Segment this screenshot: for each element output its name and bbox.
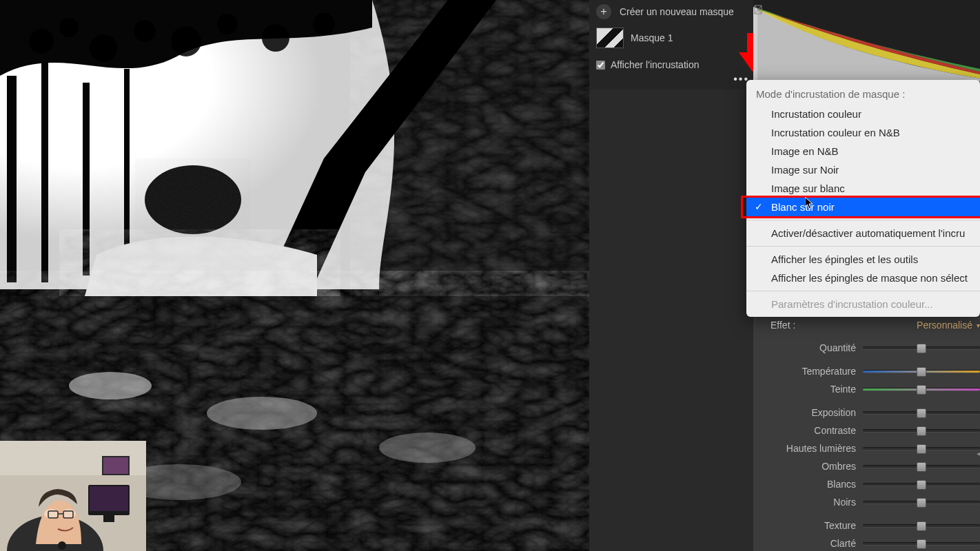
mask-item[interactable]: Masque 1 bbox=[589, 21, 753, 55]
slider-row: Quantité bbox=[770, 339, 980, 357]
svg-point-3 bbox=[29, 29, 54, 54]
slider-track[interactable] bbox=[863, 447, 980, 450]
menu-header: Mode d'incrustation de masque : bbox=[746, 83, 980, 105]
slider-label: Blancs bbox=[770, 479, 856, 490]
slider-label: Texture bbox=[770, 520, 856, 531]
slider-label: Quantité bbox=[770, 342, 856, 353]
svg-point-7 bbox=[171, 26, 201, 56]
menu-separator bbox=[746, 220, 980, 220]
slider-knob[interactable] bbox=[917, 498, 926, 508]
slider-row: Hautes lumières bbox=[770, 439, 980, 457]
menu-item[interactable]: Paramètres d'incrustation couleur... bbox=[746, 295, 980, 313]
svg-point-20 bbox=[379, 433, 476, 463]
slider-knob[interactable] bbox=[917, 521, 926, 531]
slider-knob[interactable] bbox=[917, 444, 926, 454]
effect-value[interactable]: Personnalisé bbox=[917, 320, 972, 331]
menu-item[interactable]: Image en N&B bbox=[746, 142, 980, 160]
slider-label: Noirs bbox=[770, 497, 856, 508]
slider-track[interactable] bbox=[863, 501, 980, 504]
slider-row: Teinte bbox=[770, 380, 980, 398]
slider-row: Température bbox=[770, 362, 980, 380]
mask-thumbnail bbox=[596, 28, 624, 48]
slider-knob[interactable] bbox=[917, 367, 926, 377]
svg-point-5 bbox=[90, 34, 117, 62]
create-mask-button[interactable]: + bbox=[596, 4, 611, 19]
svg-point-10 bbox=[313, 13, 335, 35]
slider-track[interactable] bbox=[863, 483, 980, 486]
slider-row: Contraste bbox=[770, 422, 980, 439]
svg-rect-26 bbox=[103, 515, 114, 522]
slider-knob[interactable] bbox=[917, 539, 926, 549]
slider-track[interactable] bbox=[863, 388, 980, 391]
mask-panel: + Créer un nouveau masque Masque 1 Affic… bbox=[589, 0, 753, 90]
check-icon: ✓ bbox=[755, 201, 763, 212]
histogram bbox=[753, 0, 980, 81]
mask-item-label: Masque 1 bbox=[631, 32, 673, 43]
slider-row: Ombres bbox=[770, 457, 980, 475]
svg-point-6 bbox=[134, 20, 156, 42]
slider-knob[interactable] bbox=[917, 462, 926, 472]
slider-track[interactable] bbox=[863, 346, 980, 350]
slider-row: Clarté bbox=[770, 534, 980, 551]
menu-item[interactable]: Image sur blanc bbox=[746, 179, 980, 198]
slider-label: Contraste bbox=[770, 425, 856, 436]
show-overlay-label: Afficher l'incrustation bbox=[611, 59, 699, 70]
svg-point-19 bbox=[207, 397, 317, 430]
svg-point-8 bbox=[217, 14, 238, 34]
svg-rect-12 bbox=[41, 62, 48, 282]
menu-item[interactable]: Incrustation couleur en N&B bbox=[746, 123, 980, 142]
slider-knob[interactable] bbox=[917, 408, 926, 418]
adjustment-sliders-panel: Effet : Personnalisé ▾ QuantitéTempératu… bbox=[770, 318, 980, 551]
slider-knob[interactable] bbox=[917, 385, 926, 395]
slider-row: Texture bbox=[770, 517, 980, 534]
slider-label: Ombres bbox=[770, 461, 856, 472]
panel-collapse-icon[interactable]: ◀ bbox=[977, 448, 980, 459]
slider-track[interactable] bbox=[863, 370, 980, 373]
slider-label: Température bbox=[770, 366, 856, 377]
webcam-overlay bbox=[0, 441, 146, 551]
svg-rect-13 bbox=[83, 83, 90, 276]
chevron-down-icon: ▾ bbox=[977, 322, 980, 329]
slider-track[interactable] bbox=[863, 429, 980, 433]
plus-icon: + bbox=[600, 6, 606, 18]
svg-point-18 bbox=[69, 372, 152, 399]
menu-item[interactable]: Afficher les épingles et les outils bbox=[746, 250, 980, 269]
svg-point-30 bbox=[44, 509, 58, 519]
svg-rect-25 bbox=[90, 486, 128, 511]
svg-rect-11 bbox=[7, 76, 17, 282]
create-mask-label: Créer un nouveau masque bbox=[620, 6, 734, 17]
effect-label: Effet : bbox=[770, 320, 795, 331]
slider-track[interactable] bbox=[863, 465, 980, 468]
slider-row: Noirs bbox=[770, 493, 980, 511]
slider-label: Exposition bbox=[770, 407, 856, 418]
slider-label: Hautes lumières bbox=[770, 443, 856, 454]
svg-point-35 bbox=[58, 541, 66, 550]
overlay-mode-menu: Mode d'incrustation de masque : Incrusta… bbox=[746, 80, 980, 317]
show-overlay-checkbox[interactable] bbox=[596, 61, 605, 70]
slider-knob[interactable] bbox=[917, 480, 926, 490]
menu-item[interactable]: Incrustation couleur bbox=[746, 105, 980, 123]
menu-separator bbox=[746, 291, 980, 291]
slider-row: Exposition bbox=[770, 404, 980, 422]
menu-separator bbox=[746, 246, 980, 247]
slider-label: Clarté bbox=[770, 538, 856, 549]
slider-knob[interactable] bbox=[917, 344, 926, 353]
cursor-pointer-icon bbox=[805, 197, 815, 209]
menu-item[interactable]: Activer/désactiver automatiquement l'inc… bbox=[746, 224, 980, 242]
svg-point-4 bbox=[59, 18, 79, 37]
menu-item[interactable]: ✓Blanc sur noir bbox=[746, 198, 980, 216]
svg-point-16 bbox=[145, 165, 241, 234]
slider-label: Teinte bbox=[770, 384, 856, 395]
slider-track[interactable] bbox=[863, 524, 980, 528]
slider-row: Blancs bbox=[770, 475, 980, 493]
slider-knob[interactable] bbox=[917, 426, 926, 436]
svg-rect-28 bbox=[103, 457, 128, 474]
menu-item[interactable]: Image sur Noir bbox=[746, 160, 980, 179]
menu-item[interactable]: Afficher les épingles de masque non séle… bbox=[746, 269, 980, 287]
slider-track[interactable] bbox=[863, 542, 980, 545]
slider-track[interactable] bbox=[863, 411, 980, 415]
svg-point-9 bbox=[262, 24, 289, 52]
